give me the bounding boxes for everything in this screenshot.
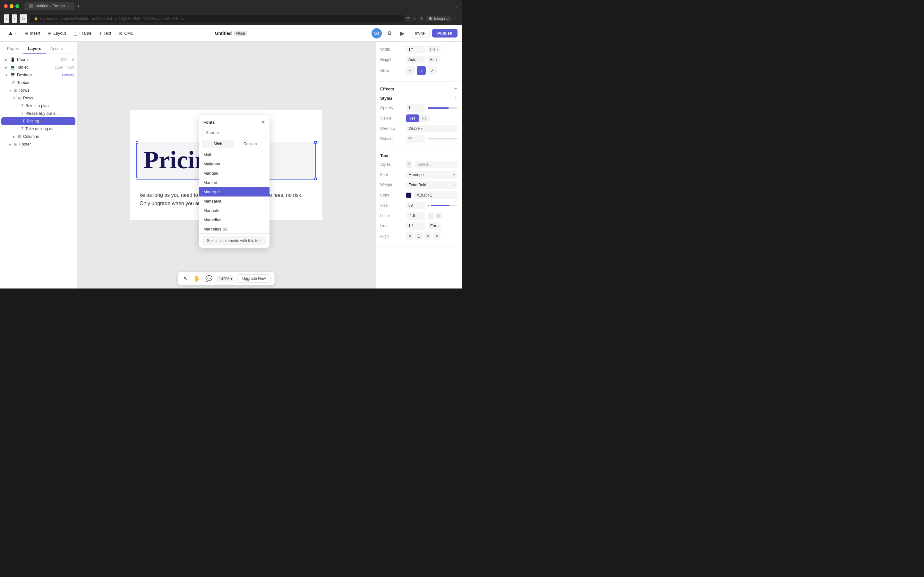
user-avatar[interactable]: SJ bbox=[372, 28, 382, 39]
size-dropdown-arrow[interactable]: ▾ bbox=[428, 204, 429, 207]
layer-item-select-plan[interactable]: T Select a plan bbox=[0, 102, 77, 110]
expand-topbar[interactable] bbox=[8, 80, 11, 85]
active-tab[interactable]: Untitled – Framer ✕ bbox=[24, 2, 74, 10]
line-value[interactable]: 1.1 bbox=[406, 222, 425, 230]
more-icon[interactable]: ⋮ bbox=[454, 16, 458, 21]
letter-value[interactable]: -1.5 bbox=[406, 212, 425, 219]
font-marcellus-sc[interactable]: Marcellus SC bbox=[199, 224, 270, 234]
width-value[interactable]: 1fr bbox=[406, 45, 425, 53]
font-manrope[interactable]: Manrope bbox=[199, 187, 270, 197]
window-minimize-icon[interactable]: ⌄ bbox=[454, 3, 458, 9]
new-tab-button[interactable]: + bbox=[77, 3, 80, 9]
visible-no-btn[interactable]: No bbox=[419, 114, 430, 122]
assets-tab[interactable]: Assets bbox=[46, 44, 67, 53]
cms-button[interactable]: ⊛ CMS bbox=[115, 29, 137, 38]
size-slider[interactable] bbox=[431, 205, 457, 206]
font-mandali[interactable]: Mandali bbox=[199, 169, 270, 178]
expand-rows-outer[interactable]: ▼ bbox=[8, 88, 13, 93]
font-manuale[interactable]: Manuale bbox=[199, 206, 270, 215]
refresh-button[interactable]: ↻ bbox=[19, 14, 27, 23]
layer-item-please-buy[interactable]: T Please buy our s... bbox=[0, 110, 77, 117]
fonts-tab-custom[interactable]: Custom bbox=[234, 140, 266, 148]
color-swatch[interactable] bbox=[406, 192, 412, 198]
grow-expand-icon[interactable]: ⤢ bbox=[428, 66, 437, 75]
close-button[interactable] bbox=[4, 4, 8, 8]
layer-item-columns[interactable]: ▶ ⊞ Columns bbox=[0, 133, 77, 140]
font-mali[interactable]: Mali bbox=[199, 150, 270, 159]
framer-logo-area[interactable]: ▲ ▾ bbox=[5, 28, 20, 39]
minimize-button[interactable] bbox=[10, 4, 13, 8]
layers-tab[interactable]: Layers bbox=[23, 44, 46, 53]
opacity-slider[interactable] bbox=[428, 107, 457, 109]
layer-item-phone[interactable]: ▶ 📱 Phone 809 — 0 bbox=[0, 56, 77, 63]
expand-phone[interactable]: ▶ bbox=[4, 57, 9, 62]
forward-button[interactable]: › bbox=[12, 14, 17, 23]
layer-item-desktop[interactable]: ▼ 🖥️ Desktop Primary bbox=[0, 71, 77, 79]
settings-button[interactable]: ⚙ bbox=[384, 28, 395, 39]
layer-item-topbar[interactable]: ⊞ Topbar bbox=[0, 79, 77, 87]
publish-button[interactable]: Publish bbox=[432, 29, 457, 37]
layer-item-pricing[interactable]: T Pricing bbox=[1, 117, 75, 125]
invite-button[interactable]: Invite bbox=[410, 29, 430, 38]
frame-button[interactable]: ▢ Frame bbox=[70, 29, 95, 38]
text-button[interactable]: T Text bbox=[96, 29, 114, 38]
resize-handle-tr[interactable] bbox=[314, 141, 317, 143]
layer-item-rows-outer[interactable]: ▼ ⊞ Rows bbox=[0, 87, 77, 94]
cast-icon[interactable]: ⊡ bbox=[406, 16, 410, 21]
fonts-search-input[interactable] bbox=[202, 128, 266, 137]
rotation-value[interactable]: 0° bbox=[406, 135, 425, 143]
layout-button[interactable]: ⊟ Layout bbox=[45, 29, 69, 38]
font-marcellus[interactable]: Marcellus bbox=[199, 215, 270, 224]
zoom-control[interactable]: 140% ▾ bbox=[216, 276, 235, 282]
select-all-fonts-button[interactable]: Select all elements with this font bbox=[202, 236, 266, 245]
upgrade-button[interactable]: Upgrade Now bbox=[237, 274, 270, 283]
grow-vertical-icon[interactable]: ↕ bbox=[417, 66, 426, 75]
bookmark-icon[interactable]: ☆ bbox=[413, 16, 417, 21]
pointer-tool[interactable]: ↖ bbox=[182, 274, 189, 284]
align-center-btn[interactable]: ☰ bbox=[415, 232, 423, 240]
layer-item-footer[interactable]: ▶ ⊞ Footer bbox=[0, 140, 77, 148]
grow-horizontal-icon[interactable]: ↔ bbox=[406, 66, 415, 75]
hand-tool[interactable]: ✋ bbox=[192, 274, 202, 284]
expand-columns[interactable]: ▶ bbox=[11, 134, 17, 139]
letter-minus-btn[interactable]: − bbox=[428, 213, 434, 219]
text-styles-select[interactable]: Select... bbox=[415, 161, 457, 168]
layer-item-rows-inner[interactable]: ▼ ⊞ Rows bbox=[0, 94, 77, 102]
height-value[interactable]: Auto bbox=[406, 56, 425, 63]
preview-button[interactable]: ▶ bbox=[397, 28, 407, 39]
fonts-tab-web[interactable]: Web bbox=[202, 140, 234, 148]
overflow-dropdown[interactable]: Visible ▾ bbox=[406, 125, 457, 132]
expand-footer[interactable]: ▶ bbox=[8, 142, 13, 147]
layer-item-take-as-long[interactable]: T Take as long as ... bbox=[0, 125, 77, 133]
rotation-slider[interactable] bbox=[428, 138, 457, 139]
resize-handle-tl[interactable] bbox=[136, 141, 138, 143]
font-manjari[interactable]: Manjari bbox=[199, 178, 270, 187]
pages-tab[interactable]: Pages bbox=[3, 44, 23, 53]
layer-item-tablet[interactable]: ▶ 💻 Tablet 1199 — 810 bbox=[0, 63, 77, 71]
insert-button[interactable]: ⊞ Insert bbox=[21, 29, 44, 38]
align-justify-btn[interactable]: ≡ bbox=[433, 232, 441, 240]
fonts-close-button[interactable]: ✕ bbox=[261, 119, 265, 125]
font-mansalva[interactable]: Mansalva bbox=[199, 197, 270, 206]
expand-tablet[interactable]: ▶ bbox=[4, 65, 9, 70]
fullscreen-button[interactable] bbox=[15, 4, 19, 8]
resize-handle-bl[interactable] bbox=[136, 177, 138, 180]
url-bar[interactable]: 🔒 framer.com/projects/Untitled--mZ98oDWa… bbox=[30, 15, 404, 23]
line-unit-dropdown[interactable]: Em ▾ bbox=[428, 222, 441, 230]
weight-dropdown[interactable]: Extra Bold ▾ bbox=[406, 181, 457, 189]
align-left-btn[interactable]: ≡ bbox=[406, 232, 414, 240]
back-button[interactable]: ‹ bbox=[4, 14, 9, 23]
font-mallanna[interactable]: Mallanna bbox=[199, 159, 270, 169]
color-value[interactable]: #19154E bbox=[414, 191, 457, 199]
align-right-btn[interactable]: ≡ bbox=[424, 232, 431, 240]
tab-close-icon[interactable]: ✕ bbox=[67, 4, 70, 8]
extensions-icon[interactable]: ⊕ bbox=[419, 16, 423, 21]
expand-desktop[interactable]: ▼ bbox=[4, 73, 9, 77]
resize-handle-br[interactable] bbox=[314, 177, 317, 180]
letter-plus-btn[interactable]: + bbox=[435, 213, 442, 219]
styles-add-button[interactable]: + bbox=[454, 95, 457, 102]
font-dropdown[interactable]: Manrope ▾ bbox=[406, 171, 457, 179]
visible-yes-btn[interactable]: Yes bbox=[406, 114, 419, 122]
height-mode-dropdown[interactable]: Fit ▾ bbox=[428, 56, 440, 63]
opacity-value[interactable]: 1 bbox=[406, 104, 425, 112]
